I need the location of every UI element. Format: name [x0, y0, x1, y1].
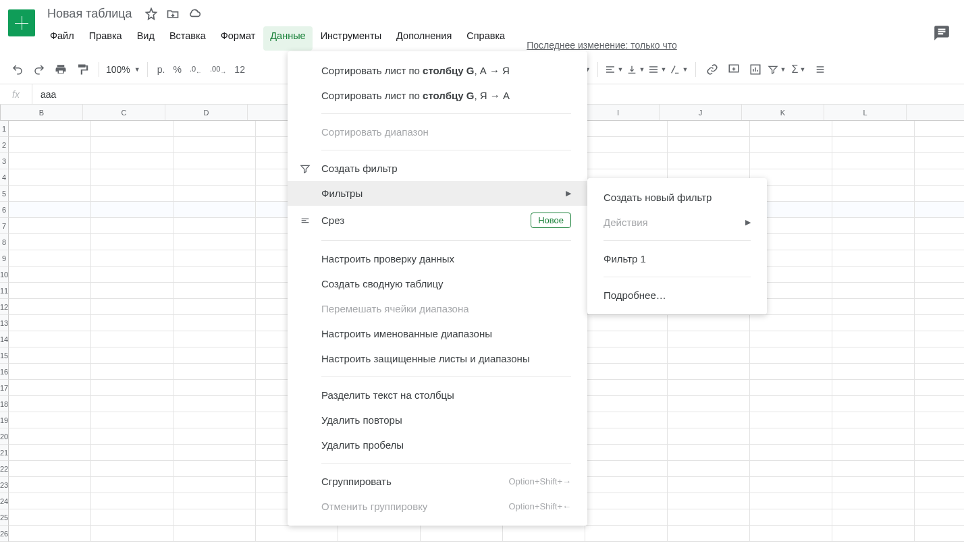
paint-format-icon[interactable] — [73, 60, 92, 79]
wrap-icon[interactable]: ▼ — [648, 60, 667, 79]
row-header[interactable]: 10 — [0, 267, 9, 283]
cell[interactable] — [173, 428, 256, 445]
cell[interactable] — [668, 493, 750, 509]
cell[interactable] — [750, 347, 832, 364]
cell[interactable] — [173, 477, 256, 493]
cell[interactable] — [91, 137, 173, 153]
cell[interactable] — [668, 364, 750, 380]
comment-icon[interactable] — [933, 24, 952, 43]
move-folder-icon[interactable] — [166, 7, 180, 21]
cell[interactable] — [585, 461, 668, 477]
cell[interactable] — [915, 493, 964, 509]
menu-help[interactable]: Справка — [460, 26, 512, 51]
cell[interactable] — [832, 493, 915, 509]
row-header[interactable]: 12 — [0, 299, 9, 315]
cell[interactable] — [91, 267, 173, 283]
cell[interactable] — [9, 186, 91, 202]
row-header[interactable]: 3 — [0, 153, 9, 169]
row-header[interactable]: 23 — [0, 477, 9, 493]
cell[interactable] — [832, 461, 915, 477]
cell[interactable] — [173, 169, 256, 186]
cell[interactable] — [91, 153, 173, 169]
menu-format[interactable]: Формат — [214, 26, 263, 51]
cell[interactable] — [832, 169, 915, 186]
cell[interactable] — [832, 186, 915, 202]
star-icon[interactable] — [144, 7, 158, 21]
cell[interactable] — [750, 526, 832, 542]
column-header[interactable]: K — [742, 105, 824, 120]
cell[interactable] — [91, 364, 173, 380]
cell[interactable] — [173, 186, 256, 202]
cell[interactable] — [173, 526, 256, 542]
cell[interactable] — [173, 283, 256, 299]
cell[interactable] — [750, 364, 832, 380]
cell[interactable] — [750, 461, 832, 477]
cell[interactable] — [915, 364, 964, 380]
row-header[interactable]: 22 — [0, 461, 9, 477]
cell[interactable] — [9, 234, 91, 250]
cell[interactable] — [9, 461, 91, 477]
cell[interactable] — [915, 121, 964, 137]
cell[interactable] — [9, 137, 91, 153]
cell[interactable] — [585, 380, 668, 396]
cell[interactable] — [9, 250, 91, 267]
cell[interactable] — [750, 315, 832, 331]
menu-named-ranges[interactable]: Настроить именованные диапазоны — [288, 321, 587, 346]
menu-sort-az[interactable]: Сортировать лист по столбцу G, А → Я — [288, 58, 587, 83]
cell[interactable] — [832, 347, 915, 364]
sheets-logo-icon[interactable] — [8, 9, 35, 36]
cell[interactable] — [585, 121, 668, 137]
cell[interactable] — [9, 121, 91, 137]
cell[interactable] — [915, 509, 964, 526]
cell[interactable] — [9, 477, 91, 493]
cell[interactable] — [91, 234, 173, 250]
row-header[interactable]: 18 — [0, 396, 9, 412]
cell[interactable] — [915, 234, 964, 250]
menu-split-text[interactable]: Разделить текст на столбцы — [288, 383, 587, 408]
cell[interactable] — [915, 267, 964, 283]
cell[interactable] — [832, 364, 915, 380]
cell[interactable] — [668, 477, 750, 493]
menu-view[interactable]: Вид — [130, 26, 161, 51]
cell[interactable] — [9, 315, 91, 331]
cell[interactable] — [9, 493, 91, 509]
cell[interactable] — [668, 137, 750, 153]
cell[interactable] — [91, 526, 173, 542]
cell[interactable] — [91, 169, 173, 186]
cell[interactable] — [668, 509, 750, 526]
cell[interactable] — [832, 412, 915, 428]
cell[interactable] — [915, 331, 964, 347]
cell[interactable] — [91, 186, 173, 202]
cell[interactable] — [750, 477, 832, 493]
row-header[interactable]: 16 — [0, 364, 9, 380]
row-header[interactable]: 21 — [0, 445, 9, 461]
cell[interactable] — [421, 526, 503, 542]
decrease-decimal-button[interactable]: .0← — [187, 63, 205, 76]
cell[interactable] — [91, 202, 173, 218]
column-header[interactable]: D — [165, 105, 248, 120]
cell[interactable] — [91, 445, 173, 461]
menu-tools[interactable]: Инструменты — [314, 26, 388, 51]
menu-create-filter[interactable]: Создать фильтр — [288, 156, 587, 181]
row-header[interactable]: 9 — [0, 250, 9, 267]
document-title[interactable]: Новая таблица — [43, 5, 136, 22]
cell[interactable] — [173, 347, 256, 364]
row-header[interactable]: 26 — [0, 526, 9, 542]
cell[interactable] — [585, 477, 668, 493]
cell[interactable] — [173, 493, 256, 509]
cell[interactable] — [915, 169, 964, 186]
cell[interactable] — [9, 218, 91, 234]
cell[interactable] — [91, 331, 173, 347]
cell[interactable] — [750, 380, 832, 396]
row-header[interactable]: 4 — [0, 169, 9, 186]
cell[interactable] — [173, 121, 256, 137]
cell[interactable] — [832, 428, 915, 445]
cell[interactable] — [91, 121, 173, 137]
menu-data-validation[interactable]: Настроить проверку данных — [288, 246, 587, 271]
number-format-hint[interactable]: 12 — [232, 64, 248, 75]
cell[interactable] — [832, 526, 915, 542]
cell[interactable] — [9, 412, 91, 428]
cell[interactable] — [173, 509, 256, 526]
cell[interactable] — [9, 347, 91, 364]
percent-format-button[interactable]: % — [170, 64, 184, 75]
